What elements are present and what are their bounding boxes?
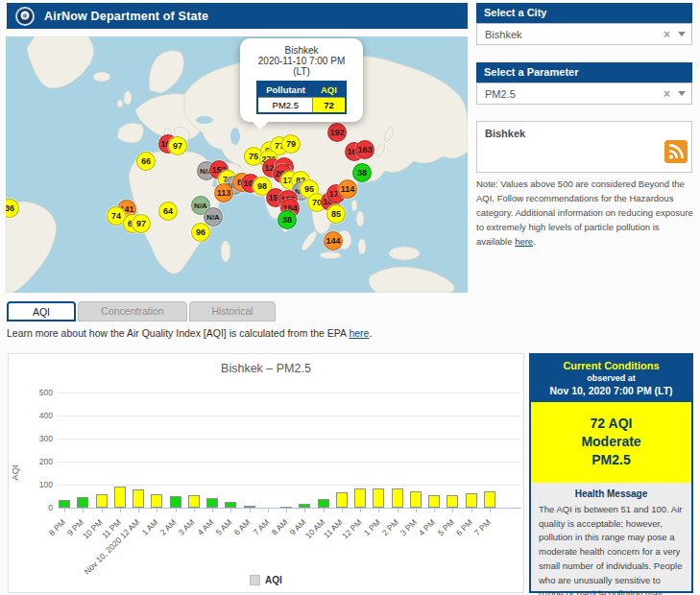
select-parameter-header: Select a Parameter bbox=[476, 62, 692, 83]
aqi-bar bbox=[466, 493, 477, 508]
note-here-link[interactable]: here bbox=[515, 236, 533, 247]
gridline bbox=[59, 462, 519, 463]
aqi-map-marker[interactable]: 113 bbox=[214, 183, 233, 202]
aqi-bar bbox=[206, 498, 218, 508]
x-tick-label: 1 AM bbox=[140, 517, 160, 537]
aqi-bar bbox=[392, 488, 403, 508]
city-feed-box[interactable]: Bishkek bbox=[476, 121, 692, 173]
map-landmass bbox=[6, 36, 468, 293]
x-tick bbox=[416, 509, 417, 512]
x-tick-label: 8 PM bbox=[47, 517, 67, 537]
aqi-value: 72 AQI bbox=[531, 415, 691, 433]
x-tick-label: 6 PM bbox=[454, 517, 474, 537]
x-tick bbox=[83, 509, 84, 512]
x-tick bbox=[452, 509, 453, 512]
aqi-bar bbox=[318, 499, 329, 508]
x-tick bbox=[360, 509, 361, 512]
aqi-category: Moderate bbox=[531, 433, 691, 451]
x-tick bbox=[324, 509, 325, 512]
aqi-bar bbox=[77, 497, 88, 508]
x-tick bbox=[64, 509, 65, 512]
x-tick-label: 10 PM bbox=[81, 517, 104, 540]
app-header: AirNow Department of State bbox=[7, 3, 468, 29]
x-tick-label: 2 AM bbox=[158, 517, 179, 537]
x-tick bbox=[194, 509, 195, 512]
aqi-bar-chart: Bishkek – PM2.5 AQI 01002003004005008 PM… bbox=[8, 353, 524, 593]
x-tick bbox=[471, 509, 472, 512]
aqi-bar bbox=[354, 488, 366, 508]
aqi-value-block: 72 AQI Moderate PM2.5 bbox=[531, 402, 691, 483]
clear-parameter-icon[interactable]: × bbox=[658, 87, 676, 101]
x-tick bbox=[212, 509, 213, 512]
chevron-down-icon[interactable] bbox=[678, 91, 686, 96]
aqi-bar bbox=[188, 495, 200, 508]
conditions-header: Current Conditions observed at Nov 10, 2… bbox=[531, 355, 691, 402]
x-tick bbox=[434, 509, 435, 512]
aqi-map-marker[interactable]: 38 bbox=[352, 163, 372, 182]
map-popup: Bishkek 2020-11-10 7:00 PM (LT) Pollutan… bbox=[240, 38, 363, 122]
chart-title: Bishkek – PM2.5 bbox=[9, 362, 523, 375]
aqi-bar bbox=[428, 495, 440, 508]
aqi-map-marker[interactable]: 79 bbox=[281, 134, 301, 154]
aqi-map-marker[interactable]: 144 bbox=[324, 231, 343, 250]
aqi-map-marker[interactable]: 97 bbox=[168, 136, 187, 155]
popup-timezone: (LT) bbox=[246, 66, 357, 77]
conditions-title: Current Conditions bbox=[533, 360, 689, 371]
x-tick-label: 2 PM bbox=[380, 517, 400, 537]
aqi-map-marker[interactable]: 114 bbox=[338, 179, 357, 199]
gridline bbox=[59, 485, 519, 486]
aqi-map-marker[interactable]: 66 bbox=[136, 152, 156, 171]
y-tick-label: 0 bbox=[16, 503, 53, 512]
world-map[interactable]: 1679766N/A15271N/A84100113N/AN/A96641417… bbox=[6, 36, 468, 293]
rss-feed-icon[interactable] bbox=[664, 140, 688, 163]
tab-historical[interactable]: Historical bbox=[189, 301, 276, 321]
aqi-map-marker[interactable]: 96 bbox=[191, 223, 210, 242]
city-select-value: Bishkek bbox=[485, 29, 658, 40]
select-city-header: Select a City bbox=[476, 3, 692, 23]
clear-city-icon[interactable]: × bbox=[658, 28, 676, 41]
conditions-datetime: Nov 10, 2020 7:00 PM (LT) bbox=[533, 385, 689, 396]
health-message-text: The AQI is between 51 and 100. Air quali… bbox=[531, 501, 691, 595]
learn-more-here-link[interactable]: here bbox=[349, 327, 369, 339]
x-tick bbox=[286, 509, 287, 512]
x-tick-label: 7 PM bbox=[472, 517, 493, 537]
aqi-map-marker[interactable]: 192 bbox=[327, 123, 347, 142]
beyond-aqi-note: Note: Values above 500 are considered Be… bbox=[476, 177, 693, 249]
x-tick-label: 10 AM bbox=[303, 517, 326, 540]
x-tick bbox=[490, 509, 491, 512]
x-tick-label: 5 AM bbox=[214, 517, 234, 537]
aqi-bar bbox=[410, 491, 422, 508]
x-tick-label: 1 PM bbox=[361, 517, 381, 537]
aqi-bar bbox=[336, 492, 348, 508]
aqi-bar bbox=[59, 500, 70, 508]
learn-more-prefix: Learn more about how the Air Quality Ind… bbox=[7, 327, 349, 339]
aqi-bar bbox=[447, 495, 458, 508]
tab-concentration[interactable]: Concentration bbox=[78, 301, 187, 321]
aqi-map-marker[interactable]: 97 bbox=[132, 214, 151, 233]
chevron-down-icon[interactable] bbox=[678, 32, 686, 36]
tab-aqi[interactable]: AQI bbox=[7, 301, 76, 321]
aqi-map-marker[interactable]: 64 bbox=[158, 202, 178, 221]
aqi-map-marker[interactable]: 85 bbox=[326, 204, 346, 224]
conditions-observed-at: observed at bbox=[533, 373, 689, 383]
parameter-select-value: PM2.5 bbox=[485, 88, 658, 100]
x-tick-label: 6 AM bbox=[232, 517, 253, 537]
aqi-map-marker[interactable]: 38 bbox=[278, 210, 297, 229]
x-tick bbox=[176, 509, 177, 512]
legend-label: AQI bbox=[265, 575, 282, 585]
feed-city-label: Bishkek bbox=[485, 128, 525, 139]
gridline bbox=[59, 393, 519, 393]
x-tick-label: 5 PM bbox=[435, 517, 455, 537]
note-period: . bbox=[533, 236, 536, 247]
x-tick-label: 4 PM bbox=[417, 517, 437, 537]
popup-pollutant-value: PM2.5 bbox=[257, 98, 313, 114]
aqi-map-marker[interactable]: 163 bbox=[355, 140, 374, 159]
city-select[interactable]: Bishkek × bbox=[476, 23, 692, 45]
x-tick bbox=[398, 509, 398, 512]
parameter-select[interactable]: PM2.5 × bbox=[476, 83, 692, 105]
y-axis-label: AQI bbox=[10, 464, 20, 480]
x-tick-label: 3 PM bbox=[398, 517, 419, 537]
chart-tabs: AQI Concentration Historical bbox=[7, 301, 276, 321]
x-tick-label: 8 AM bbox=[269, 517, 289, 537]
popup-aqi-value: 72 bbox=[313, 98, 346, 114]
